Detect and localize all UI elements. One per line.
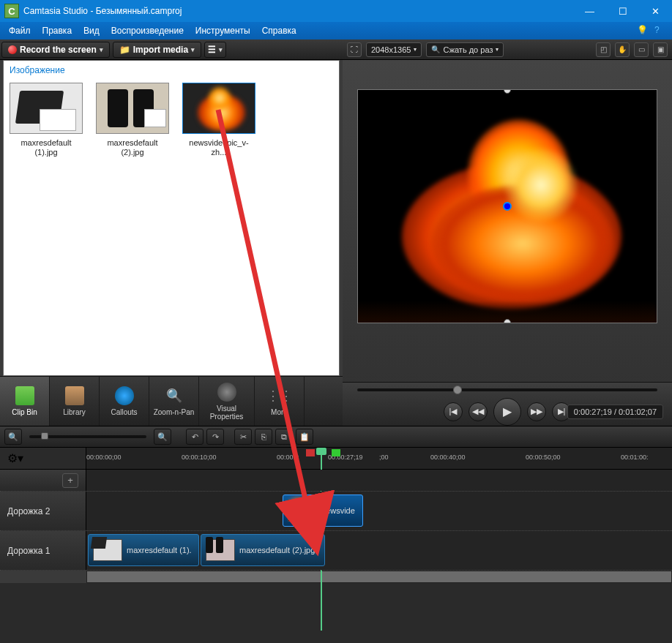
- toggle-button-1[interactable]: ▭: [634, 42, 649, 57]
- resize-handle-bottom[interactable]: [504, 319, 511, 323]
- dimensions-display[interactable]: 2048x1365 ▾: [366, 42, 422, 57]
- record-screen-button[interactable]: Record the screen ▾: [1, 42, 110, 58]
- shrink-to-fit-button[interactable]: 🔍 Сжать до раз ▾: [426, 42, 504, 57]
- redo-button[interactable]: ↷: [206, 429, 224, 445]
- copy-button[interactable]: ⧉: [275, 429, 293, 445]
- tab-clip-bin[interactable]: Clip Bin: [0, 377, 50, 426]
- track-spacer: +: [0, 470, 672, 492]
- clip-thumbnail: [182, 83, 255, 134]
- step-back-button[interactable]: ◀◀: [468, 402, 488, 421]
- timeline-clip[interactable]: maxresdefault (1).: [88, 534, 199, 566]
- tab-callouts[interactable]: Callouts: [100, 377, 149, 426]
- minimize-button[interactable]: —: [573, 0, 606, 22]
- step-forward-button[interactable]: ▶▶: [527, 402, 546, 421]
- more-icon: ⋮⋮: [270, 386, 289, 405]
- menu-help[interactable]: Справка: [256, 22, 302, 40]
- tab-label: More: [271, 408, 288, 416]
- record-icon: [8, 45, 17, 54]
- track-lane-2[interactable]: newsvide: [86, 492, 672, 530]
- clip-caption: maxresdefault (2).jpg: [96, 138, 169, 157]
- clip-caption: maxresdefault (1).jpg: [10, 138, 83, 157]
- tab-label: Clip Bin: [12, 408, 37, 416]
- add-track-button[interactable]: +: [62, 473, 78, 488]
- tab-visual-properties[interactable]: Visual Properties: [199, 377, 255, 426]
- prev-clip-button[interactable]: |◀: [444, 402, 463, 421]
- help-icon[interactable]: ?: [654, 25, 666, 37]
- zoom-out-button[interactable]: 🔍: [4, 429, 22, 445]
- ruler-tick: 00:01:00:: [621, 454, 649, 461]
- pan-button[interactable]: ✋: [615, 42, 630, 57]
- tab-library[interactable]: Library: [50, 377, 100, 426]
- track-lane-1[interactable]: maxresdefault (1). maxresdefault (2).jpg: [86, 531, 672, 570]
- clip-label: maxresdefault (2).jpg: [239, 546, 315, 554]
- close-button[interactable]: ✕: [639, 0, 672, 22]
- timeline-ruler: ⚙▾ 00:00:00;00 00:00:10;00 00:00:2 00:00…: [0, 448, 672, 470]
- list-view-icon: ☰: [208, 45, 216, 55]
- tracks-area: + Дорожка 2 newsvide Дорожка 1: [0, 470, 672, 571]
- ruler-tick: 00:00:10;00: [182, 454, 217, 461]
- scrub-thumb[interactable]: [453, 386, 462, 394]
- clip-item[interactable]: newsvideopic_v-zh...: [182, 83, 255, 157]
- chevron-down-icon: ▾: [100, 46, 103, 53]
- preview-pane: ⛶ 2048x1365 ▾ 🔍 Сжать до раз ▾ ◰ ✋ ▭ ▣: [343, 40, 672, 426]
- callouts-icon: [115, 386, 134, 405]
- menu-file[interactable]: Файл: [3, 22, 37, 40]
- tab-more[interactable]: ⋮⋮ More: [255, 377, 305, 426]
- timecode-display: 0:00:27;19 / 0:01:02;07: [567, 405, 663, 419]
- marker-in[interactable]: [306, 449, 315, 456]
- ruler-tick: 00:00:50;00: [526, 454, 561, 461]
- track-row-2: Дорожка 2 newsvide: [0, 492, 672, 531]
- ruler-tick: 00:00:40;00: [430, 454, 466, 461]
- window-title: Camtasia Studio - Безымянный.camproj: [23, 6, 573, 16]
- maximize-button[interactable]: ☐: [606, 0, 639, 22]
- toggle-button-2[interactable]: ▣: [653, 42, 668, 57]
- tab-label: Visual Properties: [199, 405, 254, 421]
- menu-tools[interactable]: Инструменты: [190, 22, 256, 40]
- clip-bin-header: Изображение: [4, 61, 339, 80]
- track-head-1[interactable]: Дорожка 1: [0, 531, 86, 570]
- paste-button[interactable]: 📋: [296, 429, 313, 445]
- menu-edit[interactable]: Правка: [37, 22, 78, 40]
- split-button[interactable]: ⎘: [255, 429, 272, 445]
- timeline-toolbar: 🔍 🔍 ↶ ↷ ✂ ⎘ ⧉ 📋: [0, 426, 672, 448]
- clip-item[interactable]: maxresdefault (1).jpg: [10, 83, 83, 157]
- clip-mini-thumb: [93, 539, 122, 561]
- folder-icon: 📁: [119, 45, 130, 55]
- track-head-2[interactable]: Дорожка 2: [0, 492, 86, 530]
- import-label: Import media: [133, 45, 188, 55]
- zoom-in-button[interactable]: 🔍: [154, 429, 171, 445]
- ruler-ticks[interactable]: 00:00:00;00 00:00:10;00 00:00:2 00:00:27…: [86, 448, 672, 469]
- zoom-slider[interactable]: [29, 435, 146, 438]
- undo-button[interactable]: ↶: [186, 429, 204, 445]
- cut-button[interactable]: ✂: [234, 429, 252, 445]
- chevron-down-icon: ▾: [219, 46, 223, 53]
- timeline-clip[interactable]: maxresdefault (2).jpg: [201, 534, 325, 566]
- tab-label: Callouts: [111, 408, 137, 416]
- library-icon: [65, 386, 84, 405]
- play-button[interactable]: ▶: [493, 398, 521, 426]
- timeline-scrollbar[interactable]: [0, 571, 672, 583]
- menu-view[interactable]: Вид: [78, 22, 105, 40]
- clip-item[interactable]: maxresdefault (2).jpg: [96, 83, 169, 157]
- timeline-clip[interactable]: newsvide: [283, 495, 363, 527]
- track-settings-button[interactable]: ⚙▾: [7, 451, 23, 465]
- center-marker[interactable]: [503, 202, 512, 211]
- import-media-button[interactable]: 📁 Import media ▾: [113, 42, 201, 58]
- clip-bin-panel: Изображение maxresdefault (1).jpg: [3, 60, 340, 376]
- preview-canvas[interactable]: [357, 89, 657, 323]
- marker-out[interactable]: [332, 449, 340, 456]
- editing-dimensions-button[interactable]: ⛶: [347, 42, 362, 57]
- ruler-tick: 00:00:2: [277, 454, 299, 461]
- menu-playback[interactable]: Воспроизведение: [105, 22, 190, 40]
- clip-mini-thumb: [288, 500, 317, 522]
- scrub-bar[interactable]: [343, 383, 672, 397]
- title-bar: C Camtasia Studio - Безымянный.camproj —…: [0, 0, 672, 22]
- lightbulb-icon[interactable]: 💡: [637, 25, 649, 37]
- crop-button[interactable]: ◰: [596, 42, 611, 57]
- tab-label: Library: [63, 408, 86, 416]
- view-options-button[interactable]: ☰ ▾: [204, 42, 226, 58]
- tab-zoom-pan[interactable]: 🔍 Zoom-n-Pan: [149, 377, 199, 426]
- clip-label: newsvide: [321, 506, 355, 515]
- zoom-icon: 🔍: [165, 386, 184, 405]
- menu-bar: Файл Правка Вид Воспроизведение Инструме…: [0, 22, 672, 40]
